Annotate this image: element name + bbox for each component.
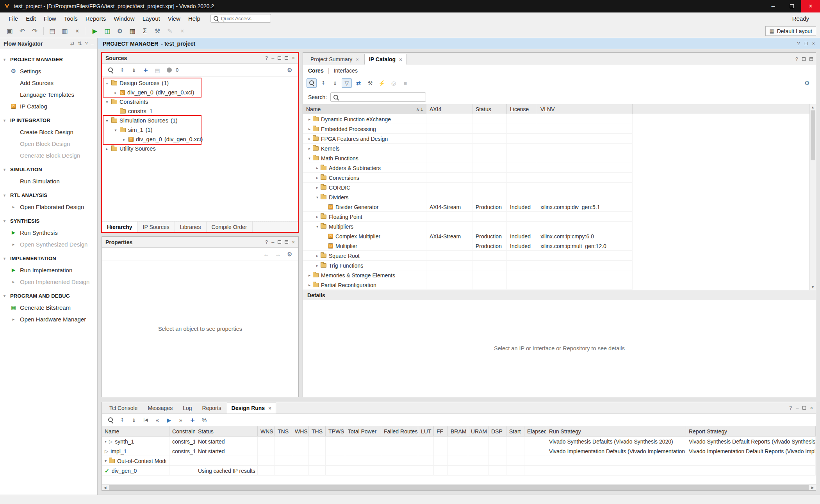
chevron-down-icon[interactable]: ▾ — [105, 100, 109, 104]
tab-log[interactable]: Log — [178, 403, 196, 413]
menu-layout[interactable]: Layout — [139, 14, 164, 23]
chevron-right-icon[interactable]: ▸ — [316, 263, 318, 268]
column-header-license[interactable]: License — [507, 104, 537, 114]
float-icon[interactable] — [802, 57, 806, 61]
scroll-left-icon[interactable]: ◀ — [102, 486, 108, 490]
tree-row-simulation-sources[interactable]: ▾ Simulation Sources (1) — [102, 116, 298, 125]
catalog-row-embedded-processing[interactable]: ▸Embedded Processing — [303, 124, 633, 134]
chevron-right-icon[interactable]: ▸ — [308, 283, 310, 287]
run-row-synth-1[interactable]: ▾▷synth_1 constrs_1 Not started Vivado S… — [102, 437, 816, 446]
sidebar-item-generate-bitstream[interactable]: ▦ Generate Bitstream — [0, 302, 97, 313]
tab-compile-order[interactable]: Compile Order — [207, 222, 253, 232]
catalog-row-partial-reconfiguration[interactable]: ▸Partial Reconfiguration — [303, 280, 633, 290]
chevron-down-icon[interactable]: ▾ — [105, 439, 107, 444]
chevron-down-icon[interactable]: ▾ — [316, 224, 318, 229]
catalog-row-fpga-features[interactable]: ▸FPGA Features and Design — [303, 134, 633, 144]
percent-icon[interactable]: % — [199, 415, 209, 425]
search-icon[interactable] — [307, 78, 317, 88]
catalog-row-complex-multiplier[interactable]: Complex Multiplier AXI4-Stream Productio… — [303, 231, 633, 241]
expand-collapse-icon[interactable]: ⇅ — [78, 41, 82, 46]
quick-access-input[interactable] — [221, 16, 268, 21]
sum-icon[interactable]: Σ — [139, 26, 151, 36]
menu-flow[interactable]: Flow — [40, 14, 60, 23]
sidebar-item-settings[interactable]: ⚙ Settings — [0, 65, 97, 77]
catalog-row-divider-generator[interactable]: Divider Generator AXI4-Stream Production… — [303, 202, 633, 212]
copy-icon[interactable]: ▤ — [46, 26, 58, 36]
column-header[interactable]: Elapsed — [524, 426, 546, 437]
program-device-icon[interactable]: ◫ — [102, 26, 113, 36]
chevron-right-icon[interactable]: ▸ — [308, 146, 310, 151]
tree-row-sim-div-gen-0[interactable]: ▸ div_gen_0 (div_gen_0.xci) — [102, 135, 298, 144]
save-icon[interactable]: ▣ — [4, 26, 16, 36]
close-icon[interactable]: × — [268, 405, 271, 411]
column-header[interactable]: LUT — [418, 426, 434, 437]
section-header-synthesis[interactable]: ▾ SYNTHESIS — [0, 215, 97, 227]
tab-tcl-console[interactable]: Tcl Console — [105, 403, 142, 413]
filter-icon[interactable]: ▽ — [342, 78, 352, 88]
group-by-icon[interactable]: ⇄ — [353, 78, 364, 88]
maximize-icon[interactable] — [809, 57, 813, 61]
minimize-icon[interactable]: – — [271, 239, 274, 245]
section-header-simulation[interactable]: ▾ SIMULATION — [0, 164, 97, 175]
column-header[interactable]: FF — [434, 426, 448, 437]
catalog-row-kernels[interactable]: ▸Kernels — [303, 144, 633, 153]
menu-window[interactable]: Window — [110, 14, 138, 23]
help-icon[interactable]: ? — [797, 41, 800, 46]
catalog-row-square-root[interactable]: ▸Square Root — [303, 251, 633, 261]
float-icon[interactable] — [278, 56, 281, 60]
column-header[interactable]: TPWS — [326, 426, 345, 437]
run-row-div-gen-0[interactable]: ✓div_gen_0 Using cached IP results — [102, 466, 816, 476]
tab-ip-sources[interactable]: IP Sources — [138, 222, 175, 232]
chevron-down-icon[interactable]: ▾ — [114, 128, 118, 132]
catalog-row-adders-subtracters[interactable]: ▸Adders & Subtracters — [303, 163, 633, 173]
chevron-right-icon[interactable]: ▸ — [308, 117, 310, 121]
catalog-row-math-functions[interactable]: ▾Math Functions — [303, 153, 633, 163]
run-row-out-of-context[interactable]: ▾Out-of-Context Module Runs — [102, 456, 816, 466]
sidebar-item-open-elaborated-design[interactable]: ▸ Open Elaborated Design — [0, 201, 97, 213]
section-header-implementation[interactable]: ▾ IMPLEMENTATION — [0, 253, 97, 264]
minimize-icon[interactable]: – — [796, 405, 799, 411]
section-header-project-manager[interactable]: ▾ PROJECT MANAGER — [0, 54, 97, 65]
step-first-icon[interactable]: |◀ — [141, 415, 151, 425]
column-header[interactable]: Name — [102, 426, 169, 437]
help-icon[interactable]: ? — [795, 56, 798, 62]
tree-row-div-gen-0[interactable]: ▸ div_gen_0 (div_gen_0.xci) — [102, 88, 298, 97]
sidebar-item-run-implementation[interactable]: ▶ Run Implementation — [0, 264, 97, 276]
catalog-search-field[interactable] — [341, 94, 423, 100]
catalog-row-floating-point[interactable]: ▸Floating Point — [303, 212, 633, 222]
tab-ip-catalog[interactable]: IP Catalog × — [364, 54, 407, 65]
column-header[interactable]: Report Strategy — [686, 426, 816, 437]
view-cores[interactable]: Cores — [308, 67, 324, 74]
column-header-name[interactable]: Name ∧ 1 — [303, 104, 426, 114]
layout-selector[interactable]: ▦ Default Layout — [765, 26, 816, 36]
minimize-icon[interactable]: – — [271, 55, 274, 61]
chevron-right-icon[interactable]: ▸ — [316, 166, 318, 170]
catalog-row-cordic[interactable]: ▸CORDIC — [303, 183, 633, 192]
chevron-right-icon[interactable]: ▸ — [308, 137, 310, 141]
close-icon[interactable]: × — [292, 239, 295, 245]
chevron-down-icon[interactable]: ▾ — [316, 195, 318, 199]
column-header[interactable]: Status — [195, 426, 258, 437]
help-icon[interactable]: ? — [265, 55, 268, 61]
scrollbar-thumb[interactable] — [109, 485, 809, 490]
column-header-axi4[interactable]: AXI4 — [426, 104, 472, 114]
vertical-scrollbar[interactable]: ▲ ▼ — [809, 104, 816, 290]
catalog-row-dynamic-function-exchange[interactable]: ▸Dynamic Function eXchange — [303, 114, 633, 124]
collapse-all-icon[interactable]: ⇞ — [117, 415, 127, 425]
tree-row-constrs-1[interactable]: constrs_1 — [102, 106, 298, 116]
menu-reports[interactable]: Reports — [82, 14, 110, 23]
tab-design-runs[interactable]: Design Runs × — [227, 403, 276, 413]
scrollbar-thumb[interactable] — [811, 110, 815, 160]
run-icon[interactable]: ▶ — [89, 26, 101, 36]
section-header-ip-integrator[interactable]: ▾ IP INTEGRATOR — [0, 115, 97, 126]
run-row-impl-1[interactable]: ▷impl_1 constrs_1 Not started Vivado Imp… — [102, 446, 816, 456]
redo-icon[interactable]: ↷ — [29, 26, 41, 36]
help-icon[interactable]: ? — [85, 41, 88, 46]
expand-all-icon[interactable]: ⇟ — [330, 78, 340, 88]
tab-reports[interactable]: Reports — [198, 403, 226, 413]
catalog-row-memories-storage[interactable]: ▸Memories & Storage Elements — [303, 270, 633, 280]
chevron-right-icon[interactable]: ▸ — [316, 215, 318, 219]
tree-row-constraints[interactable]: ▾ Constraints — [102, 97, 298, 106]
column-header[interactable]: Start — [506, 426, 524, 437]
column-header[interactable]: Total Power — [345, 426, 381, 437]
